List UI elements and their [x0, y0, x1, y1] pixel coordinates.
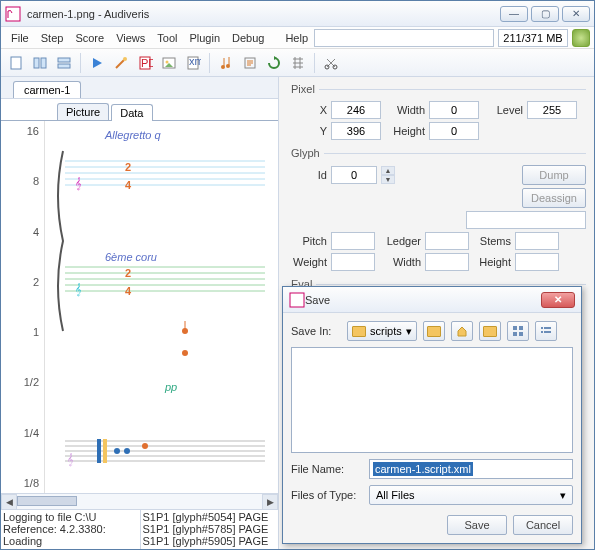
glyph-id-spinner[interactable] [331, 166, 377, 184]
save-confirm-button[interactable]: Save [447, 515, 507, 535]
glyph-group: Glyph Id ▲ ▼ Dump Deassign [287, 147, 586, 274]
pixel-width-input[interactable] [429, 101, 479, 119]
glyph-shape-input[interactable] [466, 211, 586, 229]
chevron-down-icon: ▾ [406, 325, 412, 338]
scroll-right-icon: ▶ [262, 494, 278, 510]
glyph-width-input[interactable] [425, 253, 469, 271]
svg-rect-47 [290, 293, 304, 307]
svg-point-13 [221, 65, 225, 69]
tool-layout1-icon[interactable] [29, 52, 51, 74]
menu-file[interactable]: File [5, 30, 35, 46]
glyph-ledger-input[interactable] [425, 232, 469, 250]
spinner-down-icon[interactable]: ▼ [381, 175, 395, 184]
home-button[interactable] [451, 321, 473, 341]
svg-point-44 [114, 448, 120, 454]
tool-layout2-icon[interactable] [53, 52, 75, 74]
deassign-button[interactable]: Deassign [522, 188, 586, 208]
up-folder-button[interactable] [423, 321, 445, 341]
menu-tool[interactable]: Tool [151, 30, 183, 46]
glyph-stems-input[interactable] [515, 232, 559, 250]
log-panel: Logging to file C:\U Reference: 4.2.3380… [1, 509, 278, 549]
tool-new-icon[interactable] [5, 52, 27, 74]
doc-tab-carmen[interactable]: carmen-1 [13, 81, 81, 98]
svg-rect-48 [513, 326, 517, 330]
close-button[interactable]: ✕ [562, 6, 590, 22]
save-titlebar: Save ✕ [283, 287, 581, 313]
pixel-x-input[interactable] [331, 101, 381, 119]
tool-grid-icon[interactable] [287, 52, 309, 74]
svg-text:4: 4 [125, 285, 132, 297]
dynamic-marking: pp [164, 381, 177, 393]
gc-button[interactable] [572, 29, 590, 47]
tool-xml-icon[interactable]: xml [182, 52, 204, 74]
save-file-list[interactable] [291, 347, 573, 453]
pixel-height-input[interactable] [429, 122, 479, 140]
svg-rect-53 [544, 327, 551, 329]
tool-cut-icon[interactable] [320, 52, 342, 74]
glyph-weight-input[interactable] [331, 253, 375, 271]
pixel-level-input[interactable] [527, 101, 577, 119]
save-cancel-button[interactable]: Cancel [513, 515, 573, 535]
save-close-button[interactable]: ✕ [541, 292, 575, 308]
tool-play-icon[interactable] [86, 52, 108, 74]
pixel-group: Pixel X Width Level Y Height [287, 83, 586, 143]
music-canvas[interactable]: Allegretto q 𝄞 2 4 [45, 121, 278, 493]
spinner-up-icon[interactable]: ▲ [381, 166, 395, 175]
help-search-box[interactable] [314, 29, 494, 47]
menu-help[interactable]: Help [279, 30, 314, 46]
svg-rect-1 [11, 57, 21, 69]
svg-point-6 [123, 57, 127, 61]
new-folder-button[interactable] [479, 321, 501, 341]
tool-annotations-icon[interactable] [239, 52, 261, 74]
svg-point-10 [166, 60, 169, 63]
menu-plugin[interactable]: Plugin [183, 30, 226, 46]
treble-clef-icon: 𝄞 [75, 283, 82, 297]
menubar: File Step Score Views Tool Plugin Debug … [1, 27, 594, 49]
tool-music-icon[interactable] [215, 52, 237, 74]
dump-button[interactable]: Dump [522, 165, 586, 185]
svg-rect-42 [97, 439, 101, 463]
svg-text:4: 4 [125, 179, 132, 191]
menu-score[interactable]: Score [69, 30, 110, 46]
tool-pdf-icon[interactable]: PDF [134, 52, 156, 74]
save-in-combo[interactable]: scripts ▾ [347, 321, 417, 341]
save-filetype-combo[interactable]: All Files ▾ [369, 485, 573, 505]
svg-text:xml: xml [189, 55, 201, 67]
maximize-button[interactable]: ▢ [531, 6, 559, 22]
folder-icon [352, 326, 366, 337]
svg-rect-49 [519, 326, 523, 330]
svg-rect-43 [103, 439, 107, 463]
glyph-height-input[interactable] [515, 253, 559, 271]
list-view-button[interactable] [507, 321, 529, 341]
svg-point-46 [142, 443, 148, 449]
svg-text:𝄞: 𝄞 [67, 453, 74, 467]
scroll-left-icon: ◀ [1, 494, 17, 510]
tool-image-icon[interactable] [158, 52, 180, 74]
toolbar: PDF xml [1, 49, 594, 77]
canvas-hscrollbar[interactable]: ◀ ▶ [1, 493, 278, 509]
details-view-button[interactable] [535, 321, 557, 341]
menu-step[interactable]: Step [35, 30, 70, 46]
log-right[interactable]: S1P1 [glyph#5054] PAGE S1P1 [glyph#5785]… [140, 510, 279, 549]
tab-picture[interactable]: Picture [57, 103, 109, 120]
save-dialog: Save ✕ Save In: scripts ▾ File Name: car… [282, 286, 582, 544]
tool-refresh-icon[interactable] [263, 52, 285, 74]
menu-views[interactable]: Views [110, 30, 151, 46]
log-left[interactable]: Logging to file C:\U Reference: 4.2.3380… [1, 510, 140, 549]
svg-rect-2 [34, 58, 39, 68]
tool-wand-icon[interactable] [110, 52, 132, 74]
svg-text:2: 2 [125, 161, 131, 173]
minimize-button[interactable]: — [500, 6, 528, 22]
svg-text:PDF: PDF [141, 57, 153, 69]
svg-rect-51 [519, 332, 523, 336]
glyph-pitch-input[interactable] [331, 232, 375, 250]
tab-data[interactable]: Data [111, 104, 152, 121]
svg-rect-52 [541, 327, 543, 329]
svg-rect-50 [513, 332, 517, 336]
save-filename-input[interactable]: carmen-1.script.xml [369, 459, 573, 479]
app-icon [5, 6, 21, 22]
menu-debug[interactable]: Debug [226, 30, 270, 46]
svg-rect-54 [541, 331, 543, 333]
left-pane: carmen-1 Picture Data 16842 11/21/41/8 A… [1, 77, 279, 549]
pixel-y-input[interactable] [331, 122, 381, 140]
